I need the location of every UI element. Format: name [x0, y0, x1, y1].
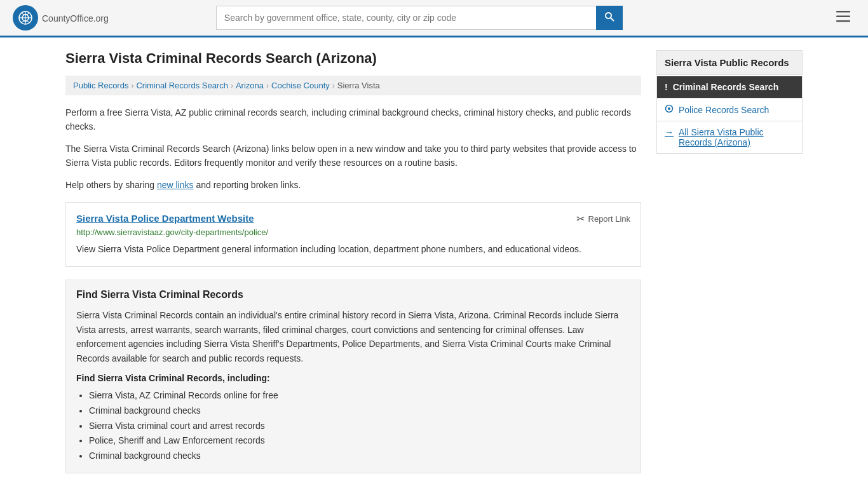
breadcrumb-sep-2: ›: [231, 81, 233, 90]
new-links-link[interactable]: new links: [157, 180, 194, 190]
breadcrumb-arizona[interactable]: Arizona: [236, 81, 264, 90]
logo-link[interactable]: CountyOffice.org: [13, 5, 109, 30]
sidebar-all-records-label: All Sierra Vista Public Records (Arizona…: [679, 127, 794, 147]
exclamation-icon: !: [665, 82, 668, 92]
breadcrumb-public-records[interactable]: Public Records: [73, 81, 128, 90]
report-link-label: Report Link: [588, 214, 630, 224]
list-item: Criminal background checks: [89, 403, 630, 419]
svg-rect-7: [836, 16, 850, 18]
find-section-list: Sierra Vista, AZ Criminal Records online…: [76, 388, 630, 464]
list-item: Sierra Vista, AZ Criminal Records online…: [89, 388, 630, 403]
svg-line-5: [611, 18, 614, 21]
link-card-header: Sierra Vista Police Department Website ✂…: [76, 213, 630, 225]
intro-p3-prefix: Help others by sharing: [65, 180, 157, 190]
breadcrumb-sep-3: ›: [266, 81, 269, 90]
intro-paragraph-1: Perform a free Sierra Vista, AZ public c…: [65, 105, 641, 134]
sidebar-title: Sierra Vista Public Records: [656, 50, 803, 75]
link-card-description: View Sierra Vista Police Department gene…: [76, 242, 630, 256]
list-item: Police, Sheriff and Law Enforcement reco…: [89, 433, 630, 449]
breadcrumb-cochise[interactable]: Cochise County: [271, 81, 330, 90]
sidebar-item-criminal-records[interactable]: ! Criminal Records Search: [656, 76, 803, 98]
link-card-title[interactable]: Sierra Vista Police Department Website: [76, 213, 254, 224]
sidebar: Sierra Vista Public Records ! Criminal R…: [656, 50, 803, 473]
breadcrumb-criminal-records[interactable]: Criminal Records Search: [136, 81, 228, 90]
content-area: Sierra Vista Criminal Records Search (Ar…: [65, 50, 641, 473]
report-link-button[interactable]: ✂ Report Link: [576, 213, 630, 225]
find-section-title: Find Sierra Vista Criminal Records: [76, 289, 630, 301]
link-card-url[interactable]: http://www.sierravistaaz.gov/city-depart…: [76, 227, 630, 237]
menu-button[interactable]: [831, 7, 855, 29]
arrow-icon: →: [665, 127, 674, 137]
intro-paragraph-2: The Sierra Vista Criminal Records Search…: [65, 142, 641, 170]
sidebar-item-all-records[interactable]: → All Sierra Vista Public Records (Arizo…: [656, 121, 803, 154]
breadcrumb-sep-4: ›: [332, 81, 335, 90]
list-item: Criminal background checks: [89, 449, 630, 464]
intro-p3-suffix: and reporting broken links.: [194, 180, 301, 190]
circle-icon: [665, 104, 674, 115]
scissors-icon: ✂: [576, 213, 585, 225]
main-container: Sierra Vista Criminal Records Search (Ar…: [53, 37, 815, 486]
svg-rect-8: [836, 20, 850, 22]
breadcrumb-sep-1: ›: [131, 81, 133, 90]
svg-point-10: [668, 107, 670, 110]
find-section-paragraph: Sierra Vista Criminal Records contain an…: [76, 308, 630, 365]
svg-rect-6: [836, 11, 850, 13]
logo-icon: [13, 5, 38, 30]
site-header: CountyOffice.org: [0, 0, 868, 37]
header-right: [825, 7, 855, 29]
search-area: [216, 6, 623, 30]
search-input[interactable]: [216, 6, 596, 30]
search-button[interactable]: [596, 6, 623, 30]
intro-paragraph-3: Help others by sharing new links and rep…: [65, 178, 641, 192]
sidebar-item-police-records[interactable]: Police Records Search: [656, 98, 803, 121]
breadcrumb-sierra-vista: Sierra Vista: [337, 81, 380, 90]
logo-text: CountyOffice.org: [42, 11, 109, 25]
sidebar-police-records-label: Police Records Search: [679, 105, 769, 115]
sidebar-criminal-records-label: Criminal Records Search: [673, 82, 779, 92]
find-section-subtitle: Find Sierra Vista Criminal Records, incl…: [76, 373, 630, 383]
list-item: Sierra Vista criminal court and arrest r…: [89, 419, 630, 434]
breadcrumb: Public Records › Criminal Records Search…: [65, 76, 641, 95]
link-card: Sierra Vista Police Department Website ✂…: [65, 202, 641, 267]
page-title: Sierra Vista Criminal Records Search (Ar…: [65, 50, 641, 67]
svg-point-4: [606, 13, 611, 18]
find-section: Find Sierra Vista Criminal Records Sierr…: [65, 280, 641, 473]
